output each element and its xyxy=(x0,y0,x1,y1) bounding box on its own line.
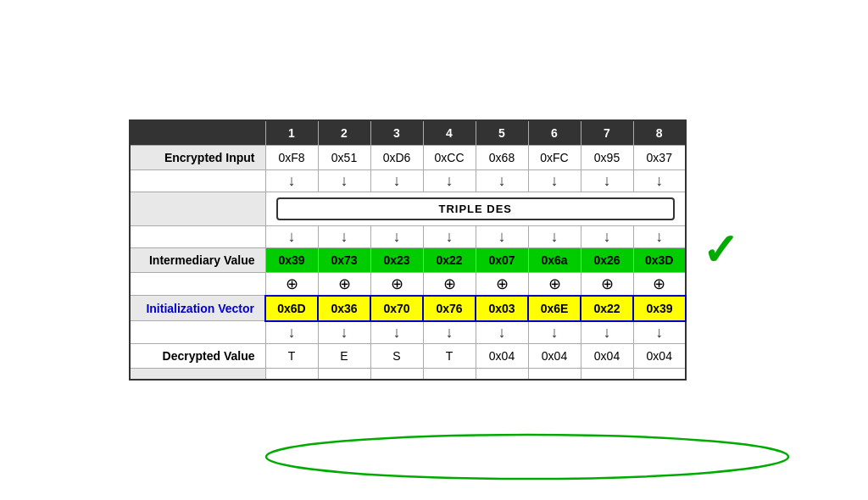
triple-des-box: TRIPLE DES xyxy=(276,197,675,220)
arrow1-3: ↓ xyxy=(370,169,423,192)
checkmark-icon: ✓ xyxy=(702,228,739,272)
arrow2-1: ↓ xyxy=(265,225,318,247)
arrow2-6: ↓ xyxy=(528,225,581,247)
arrow2-4: ↓ xyxy=(423,225,476,247)
header-label-col xyxy=(130,120,265,146)
xor-1: ⊕ xyxy=(265,272,318,296)
dec-val-3: S xyxy=(370,343,423,368)
decryption-table: 1 2 3 4 5 6 7 8 Encrypted Input 0xF8 0x5… xyxy=(129,119,687,381)
arrow2-3: ↓ xyxy=(370,225,423,247)
xor-7: ⊕ xyxy=(581,272,633,296)
arrow3-1: ↓ xyxy=(265,321,318,344)
xor-5: ⊕ xyxy=(476,272,528,296)
xor-row-label xyxy=(130,272,265,296)
arrow-row1-label xyxy=(130,169,265,192)
decrypted-row: Decrypted Value T E S T 0x04 0x04 0x04 xyxy=(130,343,686,368)
iv-val-3: 0x70 xyxy=(370,296,423,321)
dec-val-6: 0x04 xyxy=(528,343,581,368)
dec-val-2: E xyxy=(318,343,370,368)
iv-val-4: 0x76 xyxy=(423,296,476,321)
enc-val-7: 0x95 xyxy=(581,145,633,169)
iv-label: Initialization Vector xyxy=(130,296,265,321)
arrow2-8: ↓ xyxy=(633,225,686,247)
iv-val-2: 0x36 xyxy=(318,296,370,321)
int-val-4: 0x22 xyxy=(423,247,476,272)
int-val-6: 0x6a xyxy=(528,247,581,272)
arrow-row3-label xyxy=(130,321,265,344)
arrow3-3: ↓ xyxy=(370,321,423,344)
intermediary-label: Intermediary Value xyxy=(130,247,265,272)
iv-val-8: 0x39 xyxy=(633,296,686,321)
arrow3-7: ↓ xyxy=(581,321,633,344)
enc-val-6: 0xFC xyxy=(528,145,581,169)
decrypted-label: Decrypted Value xyxy=(130,343,265,368)
dec-val-8: 0x04 xyxy=(633,343,686,368)
int-val-2: 0x73 xyxy=(318,247,370,272)
encrypted-input-label: Encrypted Input xyxy=(130,145,265,169)
xor-8: ⊕ xyxy=(633,272,686,296)
int-val-8: 0x3D xyxy=(633,247,686,272)
arrow3-6: ↓ xyxy=(528,321,581,344)
xor-row: ⊕ ⊕ ⊕ ⊕ ⊕ ⊕ ⊕ ⊕ xyxy=(130,272,686,296)
iv-row: Initialization Vector 0x6D 0x36 0x70 0x7… xyxy=(130,296,686,321)
intermediary-row: Intermediary Value 0x39 0x73 0x23 0x22 0… xyxy=(130,247,686,272)
xor-3: ⊕ xyxy=(370,272,423,296)
arrow-row2-label xyxy=(130,225,265,247)
header-col-6: 6 xyxy=(528,120,581,146)
arrow-row-2: ↓ ↓ ↓ ↓ ↓ ↓ ↓ ↓ xyxy=(130,225,686,247)
int-val-5: 0x07 xyxy=(476,247,528,272)
arrow3-8: ↓ xyxy=(633,321,686,344)
arrow2-5: ↓ xyxy=(476,225,528,247)
arrow3-4: ↓ xyxy=(423,321,476,344)
arrow1-4: ↓ xyxy=(423,169,476,192)
arrow1-8: ↓ xyxy=(633,169,686,192)
triple-des-label-col xyxy=(130,192,265,225)
arrow2-7: ↓ xyxy=(581,225,633,247)
dec-val-1: T xyxy=(265,343,318,368)
enc-val-4: 0xCC xyxy=(423,145,476,169)
iv-val-1: 0x6D xyxy=(265,296,318,321)
header-col-7: 7 xyxy=(581,120,633,146)
arrow3-5: ↓ xyxy=(476,321,528,344)
iv-val-5: 0x03 xyxy=(476,296,528,321)
bottom-empty-row xyxy=(130,368,686,380)
triple-des-row: TRIPLE DES xyxy=(130,192,686,225)
header-col-1: 1 xyxy=(265,120,318,146)
arrow3-2: ↓ xyxy=(318,321,370,344)
main-container: 1 2 3 4 5 6 7 8 Encrypted Input 0xF8 0x5… xyxy=(129,119,739,381)
enc-val-5: 0x68 xyxy=(476,145,528,169)
enc-val-1: 0xF8 xyxy=(265,145,318,169)
arrow1-1: ↓ xyxy=(265,169,318,192)
iv-val-7: 0x22 xyxy=(581,296,633,321)
header-col-2: 2 xyxy=(318,120,370,146)
dec-val-5: 0x04 xyxy=(476,343,528,368)
arrow1-6: ↓ xyxy=(528,169,581,192)
iv-val-6: 0x6E xyxy=(528,296,581,321)
int-val-7: 0x26 xyxy=(581,247,633,272)
arrow-row-1: ↓ ↓ ↓ ↓ ↓ ↓ ↓ ↓ xyxy=(130,169,686,192)
arrow-row-3: ↓ ↓ ↓ ↓ ↓ ↓ ↓ ↓ xyxy=(130,321,686,344)
header-col-8: 8 xyxy=(633,120,686,146)
header-col-5: 5 xyxy=(476,120,528,146)
arrow1-5: ↓ xyxy=(476,169,528,192)
header-row: 1 2 3 4 5 6 7 8 xyxy=(130,120,686,146)
xor-2: ⊕ xyxy=(318,272,370,296)
xor-6: ⊕ xyxy=(528,272,581,296)
arrow1-2: ↓ xyxy=(318,169,370,192)
int-val-3: 0x23 xyxy=(370,247,423,272)
encrypted-input-row: Encrypted Input 0xF8 0x51 0xD6 0xCC 0x68… xyxy=(130,145,686,169)
bottom-label-col xyxy=(130,368,265,380)
header-col-4: 4 xyxy=(423,120,476,146)
dec-val-7: 0x04 xyxy=(581,343,633,368)
enc-val-8: 0x37 xyxy=(633,145,686,169)
enc-val-3: 0xD6 xyxy=(370,145,423,169)
header-col-3: 3 xyxy=(370,120,423,146)
dec-val-4: T xyxy=(423,343,476,368)
svg-point-0 xyxy=(266,435,788,479)
enc-val-2: 0x51 xyxy=(318,145,370,169)
arrow2-2: ↓ xyxy=(318,225,370,247)
xor-4: ⊕ xyxy=(423,272,476,296)
arrow1-7: ↓ xyxy=(581,169,633,192)
int-val-1: 0x39 xyxy=(265,247,318,272)
triple-des-cell: TRIPLE DES xyxy=(265,192,686,225)
